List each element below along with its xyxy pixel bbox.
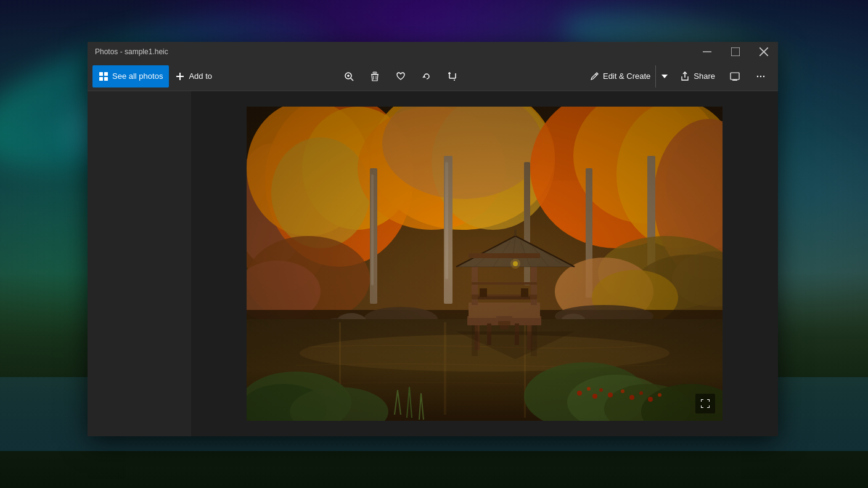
slideshow-button[interactable] — [723, 65, 747, 87]
svg-line-13 — [351, 78, 353, 81]
svg-rect-7 — [104, 77, 108, 81]
more-options-button[interactable] — [748, 65, 773, 87]
zoom-in-button[interactable] — [337, 65, 361, 87]
svg-line-23 — [596, 74, 597, 75]
svg-rect-6 — [99, 77, 103, 81]
photo-area — [191, 91, 778, 436]
edit-create-dropdown-arrow[interactable] — [655, 65, 673, 87]
share-label: Share — [694, 71, 715, 81]
toolbar: See all photos Add to — [88, 62, 778, 91]
app-window: Photos - sample1.heic See all photos — [88, 42, 778, 436]
left-sidebar — [88, 91, 191, 436]
add-to-label: Add to — [189, 71, 212, 81]
minimize-button[interactable] — [693, 42, 721, 62]
svg-point-27 — [757, 75, 758, 76]
favorite-button[interactable] — [388, 65, 413, 87]
rotate-button[interactable] — [414, 65, 439, 87]
crop-button[interactable] — [440, 65, 465, 87]
svg-rect-4 — [99, 72, 103, 76]
edit-create-button[interactable]: Edit & Create — [583, 65, 673, 87]
main-content — [88, 91, 778, 436]
maximize-button[interactable] — [721, 42, 750, 62]
photo-container — [247, 107, 723, 421]
close-button[interactable] — [750, 42, 778, 62]
window-controls — [693, 42, 778, 62]
delete-button[interactable] — [362, 65, 387, 87]
edit-create-label: Edit & Create — [603, 71, 650, 81]
svg-rect-123 — [247, 107, 723, 421]
see-all-photos-label: See all photos — [112, 71, 163, 81]
share-button[interactable]: Share — [674, 65, 721, 87]
svg-rect-15 — [373, 72, 377, 73]
add-to-button[interactable]: Add to — [169, 65, 218, 87]
svg-point-28 — [760, 75, 761, 76]
fullscreen-button[interactable] — [695, 394, 715, 413]
window-title: Photos - sample1.heic — [95, 47, 168, 56]
svg-rect-1 — [731, 47, 740, 56]
svg-point-29 — [763, 75, 764, 76]
autumn-photo — [247, 107, 723, 421]
svg-rect-24 — [731, 73, 739, 79]
svg-rect-5 — [104, 72, 108, 76]
svg-rect-0 — [703, 51, 711, 52]
title-bar: Photos - sample1.heic — [88, 42, 778, 62]
see-all-photos-button[interactable]: See all photos — [92, 65, 169, 87]
